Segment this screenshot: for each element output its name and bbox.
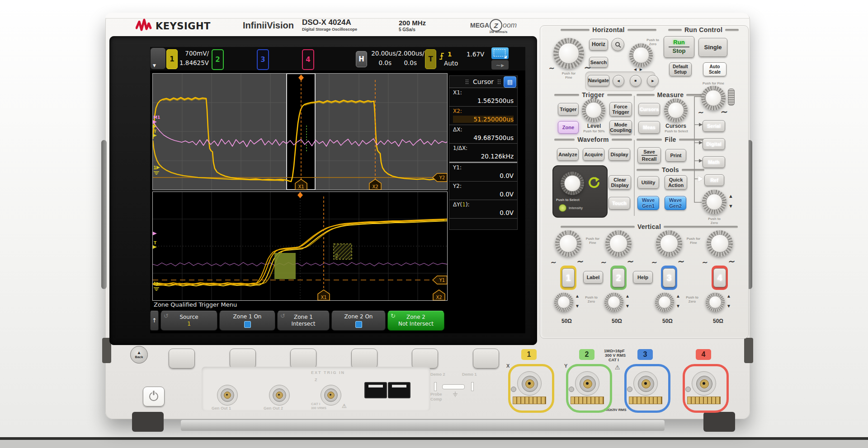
ch3-button[interactable]: 3	[663, 268, 675, 287]
meas-button[interactable]: Meas	[638, 121, 660, 134]
ch3-position-knob[interactable]	[655, 293, 674, 312]
channel3-badge[interactable]: 3	[257, 49, 269, 70]
navigate-stop-button[interactable]: ■	[630, 75, 642, 87]
v-push-fine-label: Push forFine	[583, 237, 602, 245]
softkey-zone1-on[interactable]: Zone 1 On	[219, 311, 275, 331]
cursor-panel-title: Cursor	[473, 78, 494, 85]
chevron-down-icon: ▼	[153, 63, 156, 68]
display-button[interactable]: Display	[609, 148, 630, 161]
megazoom-subtitle: 1M wfms/s	[489, 30, 507, 34]
ch2-position-knob[interactable]	[604, 293, 623, 312]
ch4-button[interactable]: 4	[713, 268, 726, 287]
lower-graticule-pane[interactable]: 2 X1 X2 Y1 T 1	[152, 191, 448, 301]
back-button[interactable]: ▲ Back	[130, 346, 148, 364]
channel4-badge[interactable]: 4	[302, 49, 314, 70]
softkey-zone1-mode[interactable]: ↺ Zone 1 Intersect	[277, 311, 330, 331]
waveform-tool-icon[interactable]: ∼▸	[491, 60, 509, 70]
ch4-position-knob[interactable]	[706, 293, 725, 312]
ch1-position-knob[interactable]	[554, 293, 573, 312]
drag-grip-icon[interactable]	[497, 79, 501, 84]
trigger-level-knob[interactable]	[582, 98, 605, 122]
sine-large-icon: ∼	[678, 257, 684, 266]
ch1-button-surround: 1	[560, 266, 576, 290]
ch1-button[interactable]: 1	[562, 268, 575, 287]
clear-display-button[interactable]: ClearDisplay	[609, 175, 631, 190]
zone-select-icon[interactable]	[491, 47, 509, 59]
cursors-button[interactable]: Cursors	[638, 103, 660, 116]
bezel-softkey-5[interactable]	[412, 349, 438, 369]
horizontal-badge[interactable]: H	[356, 51, 367, 67]
touch-button[interactable]: Touch	[609, 197, 630, 210]
help-button[interactable]: Help	[633, 271, 653, 284]
auto-scale-button[interactable]: AutoScale	[703, 62, 726, 76]
gen-out1-label: Gen Out 1	[212, 406, 231, 411]
ch1-impedance-label: 50Ω	[561, 318, 572, 324]
rc-bottom-knob[interactable]	[702, 190, 726, 214]
quick-action-button[interactable]: QuickAction	[665, 175, 687, 190]
horizontal-scale-knob[interactable]	[553, 38, 584, 69]
drag-grip-icon[interactable]	[465, 79, 469, 84]
navigate-back-button[interactable]: ◄	[613, 75, 624, 87]
serial-button[interactable]: Serial	[703, 120, 725, 132]
single-button[interactable]: Single	[698, 38, 727, 57]
math-button[interactable]: Math	[703, 156, 725, 168]
print-button[interactable]: Print	[665, 149, 686, 162]
up-arrow-icon: ▲	[676, 294, 680, 299]
trigger-badge[interactable]: T	[425, 49, 436, 69]
horizontal-delay-knob[interactable]	[629, 43, 653, 67]
left-foot	[132, 412, 164, 432]
warning-icon: ⚠	[615, 364, 620, 371]
softkey-zone2-mode[interactable]: ↻ Zone 2 Not Intersect	[387, 311, 444, 331]
softkey-zone2-on[interactable]: Zone 2 On	[331, 311, 386, 331]
search-button[interactable]: Search	[589, 57, 608, 68]
bezel-softkey-2[interactable]	[230, 349, 256, 369]
checkbox-icon	[355, 321, 362, 328]
power-button[interactable]	[143, 387, 165, 406]
ch1-scale-knob[interactable]	[555, 230, 581, 257]
label-button[interactable]: Label	[583, 271, 603, 284]
channel2-badge[interactable]: 2	[212, 49, 224, 70]
channel1-badge[interactable]: 1	[166, 49, 178, 69]
default-setup-button[interactable]: DefaultSetup	[669, 62, 692, 76]
down-arrow-icon: ▼	[625, 303, 630, 308]
ref-button[interactable]: Ref	[704, 174, 724, 186]
bezel-softkey-3[interactable]	[290, 349, 316, 369]
cursor-menu-icon[interactable]: ▤	[504, 76, 516, 88]
menu-back-key[interactable]: ↑	[150, 311, 159, 331]
horiz-button[interactable]: Horiz	[589, 39, 608, 51]
trigger-button[interactable]: Trigger	[558, 103, 579, 116]
mode-coupling-button[interactable]: ModeCoupling	[609, 120, 632, 135]
zone-button[interactable]: Zone	[558, 121, 579, 134]
ch2-button[interactable]: 2	[612, 268, 625, 287]
bezel-softkey-4[interactable]	[351, 349, 377, 369]
intensity-thumbwheel[interactable]	[728, 89, 735, 106]
bezel-softkey-6[interactable]	[473, 349, 499, 369]
power-icon	[149, 392, 158, 401]
save-recall-button[interactable]: Save Recall	[637, 147, 661, 163]
sine-small-icon: ∼	[698, 108, 704, 117]
force-trigger-button[interactable]: ForceTrigger	[609, 102, 632, 117]
utility-button[interactable]: Utility	[637, 176, 659, 189]
sidebar-menu-button[interactable]: ▼	[151, 48, 165, 69]
ch2-scale-knob[interactable]	[605, 230, 632, 257]
cursor-row-x1: X1: 1.562500us	[449, 88, 517, 107]
upper-waveforms: X1 X2 Y2 M1 T 1	[153, 74, 447, 190]
navigate-forward-button[interactable]: ►	[647, 75, 659, 87]
wave-gen2-button[interactable]: WaveGen2	[665, 196, 686, 210]
wave-gen1-button[interactable]: WaveGen1	[637, 196, 659, 210]
ch4-scale-knob[interactable]	[707, 230, 733, 257]
ch4-button-surround: 4	[712, 266, 728, 290]
navigate-button[interactable]: Navigate	[588, 75, 609, 86]
search-zoom-button[interactable]	[611, 38, 624, 51]
run-stop-button[interactable]: Run Stop	[664, 36, 694, 58]
softkey-source[interactable]: ↺ Source 1	[160, 311, 217, 331]
ch3-scale-knob[interactable]	[656, 230, 682, 257]
digital-button[interactable]: Digital	[703, 138, 725, 150]
upper-graticule-pane[interactable]: X1 X2 Y2 M1 T 1	[152, 73, 448, 190]
cursors-knob[interactable]	[664, 98, 688, 122]
analyze-button[interactable]: Analyze	[557, 148, 579, 161]
model-number: DSO-X 4024A	[302, 18, 351, 27]
acquire-button[interactable]: Acquire	[583, 148, 604, 161]
entry-knob[interactable]	[561, 172, 584, 195]
bezel-softkey-1[interactable]	[169, 349, 195, 369]
